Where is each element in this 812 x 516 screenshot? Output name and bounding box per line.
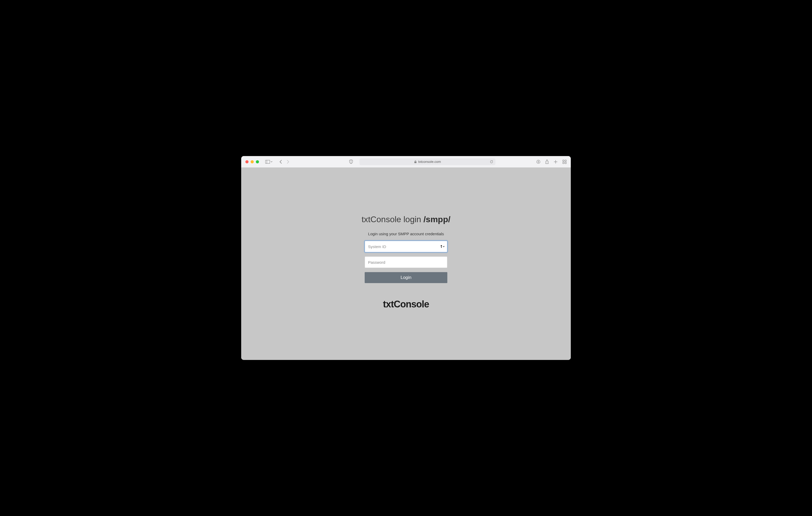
key-icon xyxy=(440,245,442,248)
share-icon xyxy=(545,159,549,164)
forward-button[interactable] xyxy=(287,160,289,164)
brand-logo: txtConsole xyxy=(383,299,429,310)
reload-icon xyxy=(490,160,493,164)
shield-icon xyxy=(349,159,353,164)
back-button[interactable] xyxy=(280,160,282,164)
close-window-button[interactable] xyxy=(245,160,249,163)
chevron-down-icon xyxy=(443,246,445,247)
download-icon xyxy=(536,160,541,164)
toolbar-right-group xyxy=(536,159,567,164)
reload-button[interactable] xyxy=(490,160,493,164)
svg-rect-0 xyxy=(265,160,270,163)
share-button[interactable] xyxy=(545,159,549,164)
maximize-window-button[interactable] xyxy=(256,160,259,163)
nav-buttons xyxy=(280,160,289,164)
browser-toolbar: txtconsole.com xyxy=(241,156,571,168)
login-button[interactable]: Login xyxy=(365,272,447,283)
system-id-input[interactable] xyxy=(365,241,447,252)
minimize-window-button[interactable] xyxy=(251,160,254,163)
svg-rect-8 xyxy=(565,162,567,164)
sidebar-icon xyxy=(265,160,270,164)
chevron-right-icon xyxy=(287,160,289,164)
url-text: txtconsole.com xyxy=(418,160,441,164)
password-field-wrapper xyxy=(365,256,447,268)
toolbar-left-group xyxy=(265,160,289,164)
chevron-left-icon xyxy=(280,160,282,164)
lock-icon xyxy=(414,160,417,163)
chevron-down-icon xyxy=(270,161,272,162)
title-prefix: txtConsole login xyxy=(361,215,424,224)
system-id-field-wrapper xyxy=(365,241,447,252)
page-content: txtConsole login /smpp/ Login using your… xyxy=(241,168,571,360)
sidebar-toggle-button[interactable] xyxy=(265,160,272,164)
privacy-report-button[interactable] xyxy=(349,159,353,164)
page-title: txtConsole login /smpp/ xyxy=(361,215,451,224)
traffic-lights xyxy=(245,160,259,163)
svg-rect-5 xyxy=(563,160,564,161)
svg-rect-7 xyxy=(563,162,564,164)
page-subtitle: Login using your SMPP account credential… xyxy=(368,232,444,236)
downloads-button[interactable] xyxy=(536,160,541,164)
tab-overview-button[interactable] xyxy=(562,160,567,164)
svg-rect-6 xyxy=(565,160,567,161)
svg-rect-3 xyxy=(414,161,416,163)
plus-icon xyxy=(554,160,558,164)
browser-window: txtconsole.com xyxy=(241,156,571,360)
password-input[interactable] xyxy=(365,256,447,268)
address-bar[interactable]: txtconsole.com xyxy=(359,158,495,165)
svg-rect-11 xyxy=(441,247,442,248)
login-form: Login xyxy=(365,241,447,283)
grid-icon xyxy=(562,160,567,164)
new-tab-button[interactable] xyxy=(554,160,558,164)
title-suffix: /smpp/ xyxy=(424,215,451,224)
autofill-keychain-button[interactable] xyxy=(440,245,445,248)
svg-point-9 xyxy=(441,245,442,246)
